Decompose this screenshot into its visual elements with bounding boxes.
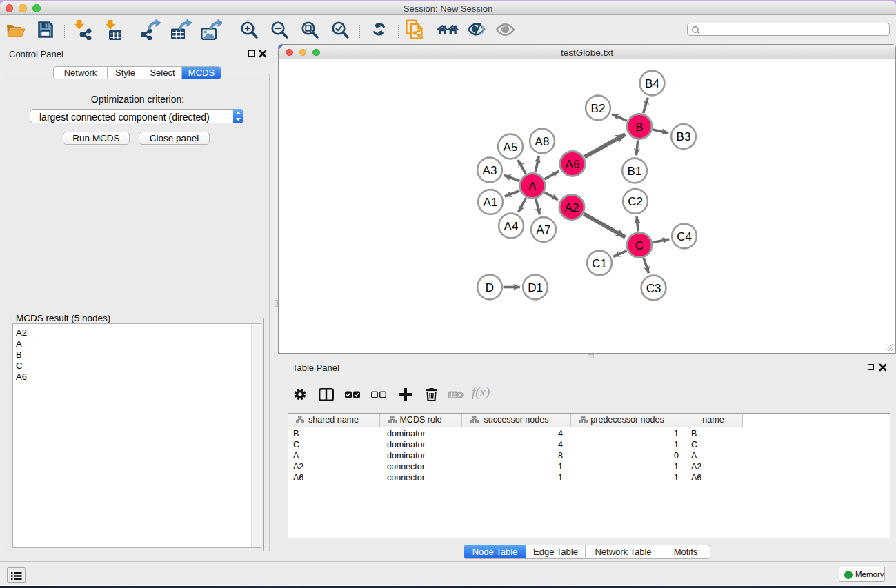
svg-text:B4: B4 <box>645 77 659 90</box>
svg-text:D: D <box>486 281 494 294</box>
svg-text:B1: B1 <box>628 165 642 178</box>
svg-text:A5: A5 <box>504 141 518 154</box>
svg-text:A: A <box>528 180 537 193</box>
svg-text:D1: D1 <box>528 281 543 294</box>
svg-text:C1: C1 <box>592 257 607 270</box>
svg-text:A4: A4 <box>504 220 519 233</box>
svg-text:A1: A1 <box>484 196 498 209</box>
svg-text:B2: B2 <box>591 102 606 115</box>
svg-text:B3: B3 <box>677 130 691 143</box>
svg-text:C4: C4 <box>677 230 692 243</box>
svg-text:A3: A3 <box>483 164 497 177</box>
svg-text:A7: A7 <box>537 223 551 236</box>
svg-text:A8: A8 <box>535 135 550 148</box>
svg-text:B: B <box>635 121 643 134</box>
svg-text:C2: C2 <box>628 195 643 208</box>
svg-text:C3: C3 <box>646 282 661 295</box>
svg-text:A2: A2 <box>565 201 579 214</box>
svg-text:A6: A6 <box>566 158 580 171</box>
svg-text:C: C <box>635 239 644 252</box>
